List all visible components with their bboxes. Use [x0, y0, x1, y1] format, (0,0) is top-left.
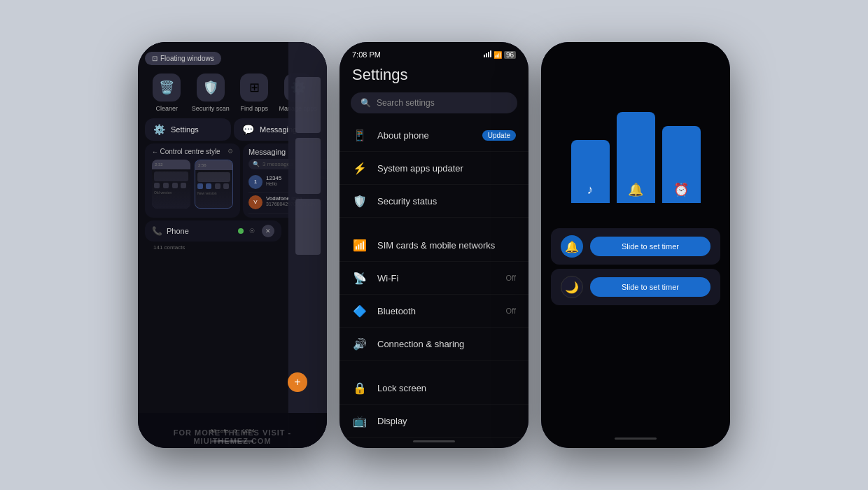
section-gap-2	[340, 360, 528, 372]
bluetooth-sub: Off	[506, 307, 516, 315]
update-badge: Update	[482, 130, 516, 141]
bar-clock: ⏰	[662, 126, 701, 203]
p2-home-indicator[interactable]	[413, 440, 455, 442]
settings-item-lockscreen[interactable]: 🔒 Lock screen	[340, 372, 528, 405]
bottom-number: 1234	[242, 428, 255, 434]
chart-bar-clock: ⏰	[662, 126, 701, 203]
settings-app-card[interactable]: ⚙️ Settings	[145, 118, 231, 141]
alarm-bell-icon: 🔔	[565, 240, 579, 253]
music-note-icon: ♪	[587, 183, 594, 197]
p2-time: 7:08 PM	[352, 50, 381, 59]
settings-item-connection[interactable]: 🔊 Connection & sharing	[340, 328, 528, 360]
about-phone-label: About phone	[377, 130, 472, 141]
phone-3: ♪ 🔔 ⏰ 🔔	[541, 42, 730, 448]
bell-icon: 🔔	[628, 182, 643, 197]
phone-call-bar[interactable]: 📞 Phone ☉ ✕	[145, 220, 281, 241]
chart-bar-alarm: 🔔	[617, 112, 655, 203]
bottom-bar: All calls · 0 1234	[138, 413, 327, 448]
floating-icon: ⊡	[152, 55, 158, 62]
cleaner-icon: 🗑️	[153, 74, 181, 102]
signal-icon	[484, 50, 491, 57]
home-indicator[interactable]	[211, 440, 253, 442]
phone-call-label: Phone	[167, 227, 234, 235]
settings-item-sysapps[interactable]: ⚡ System apps updater	[340, 152, 528, 185]
bluetooth-label: Bluetooth	[377, 306, 496, 316]
msg-avatar-1: 1	[248, 175, 262, 189]
settings-app-label: Settings	[171, 125, 199, 134]
find-apps-label: Find apps	[240, 105, 268, 113]
settings-item-bluetooth[interactable]: 🔷 Bluetooth Off	[340, 295, 528, 328]
shortcut-security[interactable]: 🛡️ Security scan	[191, 74, 230, 113]
phone-2-screen: 7:08 PM 📶 96 Settings 🔍 Search set	[340, 42, 528, 448]
settings-item-about[interactable]: 📱 About phone Update	[340, 119, 528, 152]
sysapps-icon: ⚡	[352, 160, 368, 176]
chart-bar-music: ♪	[571, 140, 610, 203]
sleep-slide-button[interactable]: Slide to set timer	[590, 277, 710, 297]
panel-thumb-old[interactable]: 2:32 Old version	[152, 160, 190, 209]
settings-item-security[interactable]: 🛡️ Security status	[340, 185, 528, 218]
connection-label: Connection & sharing	[377, 339, 516, 349]
wifi-settings-icon: 📡	[352, 270, 368, 286]
shortcut-find-apps[interactable]: ⊞ Find apps	[235, 74, 274, 113]
wifi-label: Wi-Fi	[377, 273, 496, 284]
call-extra-icon-1: ☉	[249, 227, 255, 234]
scene: ⊡ Floating windows 🗑️ Cleaner 🛡️ Securit…	[0, 0, 868, 490]
p3-home-indicator[interactable]	[615, 438, 657, 440]
timer-row-alarm[interactable]: 🔔 Slide to set timer	[551, 228, 720, 265]
floating-label: Floating windows	[160, 55, 214, 62]
connection-icon: 🔊	[352, 336, 368, 351]
section-gap-1	[340, 218, 528, 229]
search-bar[interactable]: 🔍 Search settings	[351, 92, 517, 113]
display-label: Display	[377, 416, 516, 426]
sleep-timer-icon: 🌙	[561, 276, 583, 298]
p3-status-space	[541, 42, 730, 70]
shortcut-cleaner[interactable]: 🗑️ Cleaner	[148, 74, 186, 113]
phone-3-screen: ♪ 🔔 ⏰ 🔔	[541, 42, 730, 448]
floating-windows-badge[interactable]: ⊡ Floating windows	[145, 52, 221, 65]
settings-item-display[interactable]: 📺 Display	[340, 405, 528, 438]
alarm-slide-button[interactable]: Slide to set timer	[590, 237, 710, 256]
bluetooth-icon: 🔷	[352, 303, 368, 318]
phone-2: 7:08 PM 📶 96 Settings 🔍 Search set	[340, 42, 528, 448]
bar-music: ♪	[571, 140, 610, 203]
wifi-icon: 📶	[493, 51, 502, 59]
lockscreen-label: Lock screen	[377, 383, 516, 393]
settings-item-sound[interactable]: 🔔 Sound & notifications	[340, 438, 528, 448]
sysapps-label: System apps updater	[377, 163, 516, 174]
vbar-1	[295, 77, 321, 133]
bottom-info: All calls · 0	[210, 428, 237, 434]
lockscreen-icon: 🔒	[352, 380, 368, 396]
caller-count: 141 contacts	[153, 244, 185, 251]
p2-status-bar: 7:08 PM 📶 96	[340, 42, 528, 60]
security-icon: 🛡️	[197, 74, 225, 102]
phone-call-icon: 📞	[152, 226, 162, 236]
sim-icon: 📶	[352, 237, 368, 253]
search-icon: 🔍	[360, 98, 371, 108]
display-icon: 📺	[352, 413, 368, 428]
settings-item-sim[interactable]: 📶 SIM cards & mobile networks	[340, 229, 528, 262]
control-centre-label: Control centre style	[160, 148, 220, 155]
settings-app-icon: ⚙️	[153, 124, 165, 135]
fab-button[interactable]: +	[288, 372, 307, 392]
control-centre-title: ← Control centre style ⚙	[152, 148, 233, 155]
sound-icon: 🔔	[352, 446, 368, 448]
p2-icons: 📶 96	[484, 50, 516, 59]
about-phone-icon: 📱	[352, 127, 368, 143]
settings-page-title: Settings	[340, 60, 528, 90]
messaging-app-icon: 💬	[242, 124, 254, 135]
panel-thumb-new[interactable]: 2:56 New version	[195, 160, 233, 209]
active-dot	[238, 228, 244, 234]
settings-item-wifi[interactable]: 📡 Wi-Fi Off	[340, 262, 528, 295]
close-icon[interactable]: ✕	[262, 225, 274, 237]
panel-thumbnails: 2:32 Old version	[152, 160, 233, 209]
control-centre-panel: ← Control centre style ⚙ 2:32	[145, 144, 240, 218]
battery-icon: 96	[504, 51, 516, 59]
security-label: Security scan	[192, 105, 230, 113]
find-apps-icon: ⊞	[240, 74, 268, 102]
timer-row-sleep[interactable]: 🌙 Slide to set timer	[551, 269, 720, 305]
settings-list: 📱 About phone Update ⚡ System apps updat…	[340, 119, 528, 448]
sim-label: SIM cards & mobile networks	[377, 240, 516, 251]
wifi-sub: Off	[506, 274, 516, 282]
search-placeholder: Search settings	[377, 98, 435, 108]
alarm-timer-icon: 🔔	[561, 235, 583, 258]
